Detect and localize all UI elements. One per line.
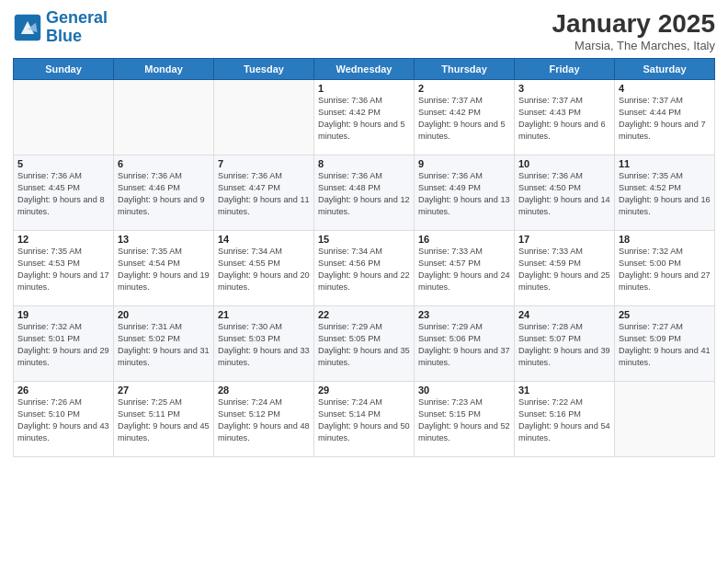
day-number: 14 [218, 234, 310, 245]
calendar-cell [214, 80, 314, 155]
day-info: Sunrise: 7:29 AM Sunset: 5:05 PM Dayligh… [318, 321, 410, 369]
col-saturday: Saturday [615, 59, 715, 80]
day-number: 1 [318, 83, 410, 94]
calendar-cell: 1Sunrise: 7:36 AM Sunset: 4:42 PM Daylig… [314, 80, 415, 155]
day-info: Sunrise: 7:37 AM Sunset: 4:43 PM Dayligh… [518, 95, 610, 143]
day-number: 22 [318, 309, 410, 320]
day-number: 12 [17, 234, 109, 245]
page: General Blue January 2025 Marsia, The Ma… [0, 0, 728, 563]
day-info: Sunrise: 7:25 AM Sunset: 5:11 PM Dayligh… [118, 396, 210, 444]
logo-line1: General [46, 8, 108, 27]
calendar-cell: 6Sunrise: 7:36 AM Sunset: 4:46 PM Daylig… [114, 155, 214, 231]
calendar-week-4: 19Sunrise: 7:32 AM Sunset: 5:01 PM Dayli… [14, 306, 715, 382]
calendar: Sunday Monday Tuesday Wednesday Thursday… [13, 58, 715, 457]
day-info: Sunrise: 7:23 AM Sunset: 5:15 PM Dayligh… [418, 396, 510, 444]
calendar-cell: 30Sunrise: 7:23 AM Sunset: 5:15 PM Dayli… [415, 382, 515, 457]
calendar-cell: 5Sunrise: 7:36 AM Sunset: 4:45 PM Daylig… [14, 155, 114, 231]
col-thursday: Thursday [415, 59, 515, 80]
day-info: Sunrise: 7:24 AM Sunset: 5:14 PM Dayligh… [318, 396, 410, 444]
col-wednesday: Wednesday [314, 59, 415, 80]
calendar-cell: 28Sunrise: 7:24 AM Sunset: 5:12 PM Dayli… [214, 382, 314, 457]
day-number: 25 [619, 309, 711, 320]
calendar-cell: 15Sunrise: 7:34 AM Sunset: 4:56 PM Dayli… [314, 231, 415, 306]
calendar-cell: 20Sunrise: 7:31 AM Sunset: 5:02 PM Dayli… [114, 306, 214, 382]
calendar-cell: 23Sunrise: 7:29 AM Sunset: 5:06 PM Dayli… [415, 306, 515, 382]
day-number: 2 [418, 83, 510, 94]
day-number: 3 [518, 83, 610, 94]
day-number: 17 [518, 234, 610, 245]
calendar-cell: 17Sunrise: 7:33 AM Sunset: 4:59 PM Dayli… [515, 231, 615, 306]
calendar-cell: 13Sunrise: 7:35 AM Sunset: 4:54 PM Dayli… [114, 231, 214, 306]
day-info: Sunrise: 7:36 AM Sunset: 4:42 PM Dayligh… [318, 95, 410, 143]
header: General Blue January 2025 Marsia, The Ma… [13, 9, 715, 52]
day-info: Sunrise: 7:27 AM Sunset: 5:09 PM Dayligh… [619, 321, 711, 369]
col-monday: Monday [114, 59, 214, 80]
calendar-cell [14, 80, 114, 155]
day-number: 27 [118, 385, 210, 396]
calendar-cell: 25Sunrise: 7:27 AM Sunset: 5:09 PM Dayli… [615, 306, 715, 382]
calendar-cell: 9Sunrise: 7:36 AM Sunset: 4:49 PM Daylig… [415, 155, 515, 231]
calendar-cell: 7Sunrise: 7:36 AM Sunset: 4:47 PM Daylig… [214, 155, 314, 231]
day-info: Sunrise: 7:36 AM Sunset: 4:47 PM Dayligh… [218, 170, 310, 218]
day-number: 20 [118, 309, 210, 320]
calendar-cell: 22Sunrise: 7:29 AM Sunset: 5:05 PM Dayli… [314, 306, 415, 382]
day-number: 21 [218, 309, 310, 320]
calendar-cell: 21Sunrise: 7:30 AM Sunset: 5:03 PM Dayli… [214, 306, 314, 382]
day-info: Sunrise: 7:36 AM Sunset: 4:45 PM Dayligh… [17, 170, 109, 218]
calendar-cell: 4Sunrise: 7:37 AM Sunset: 4:44 PM Daylig… [615, 80, 715, 155]
calendar-cell: 3Sunrise: 7:37 AM Sunset: 4:43 PM Daylig… [515, 80, 615, 155]
calendar-cell: 24Sunrise: 7:28 AM Sunset: 5:07 PM Dayli… [515, 306, 615, 382]
day-info: Sunrise: 7:29 AM Sunset: 5:06 PM Dayligh… [418, 321, 510, 369]
calendar-cell: 12Sunrise: 7:35 AM Sunset: 4:53 PM Dayli… [14, 231, 114, 306]
day-number: 16 [418, 234, 510, 245]
day-number: 9 [418, 158, 510, 169]
calendar-cell: 26Sunrise: 7:26 AM Sunset: 5:10 PM Dayli… [14, 382, 114, 457]
col-tuesday: Tuesday [214, 59, 314, 80]
day-info: Sunrise: 7:31 AM Sunset: 5:02 PM Dayligh… [118, 321, 210, 369]
day-info: Sunrise: 7:36 AM Sunset: 4:48 PM Dayligh… [318, 170, 410, 218]
calendar-week-5: 26Sunrise: 7:26 AM Sunset: 5:10 PM Dayli… [14, 382, 715, 457]
day-number: 6 [118, 158, 210, 169]
day-number: 31 [518, 385, 610, 396]
day-number: 28 [218, 385, 310, 396]
col-sunday: Sunday [14, 59, 114, 80]
day-info: Sunrise: 7:22 AM Sunset: 5:16 PM Dayligh… [518, 396, 610, 444]
day-info: Sunrise: 7:35 AM Sunset: 4:53 PM Dayligh… [17, 246, 109, 293]
day-info: Sunrise: 7:32 AM Sunset: 5:00 PM Dayligh… [619, 246, 711, 293]
day-number: 5 [17, 158, 109, 169]
calendar-cell: 27Sunrise: 7:25 AM Sunset: 5:11 PM Dayli… [114, 382, 214, 457]
day-info: Sunrise: 7:36 AM Sunset: 4:46 PM Dayligh… [118, 170, 210, 218]
logo-icon [13, 13, 42, 42]
calendar-cell: 8Sunrise: 7:36 AM Sunset: 4:48 PM Daylig… [314, 155, 415, 231]
calendar-cell: 14Sunrise: 7:34 AM Sunset: 4:55 PM Dayli… [214, 231, 314, 306]
calendar-header: Sunday Monday Tuesday Wednesday Thursday… [14, 59, 715, 80]
day-number: 11 [619, 158, 711, 169]
day-number: 10 [518, 158, 610, 169]
day-info: Sunrise: 7:30 AM Sunset: 5:03 PM Dayligh… [218, 321, 310, 369]
day-number: 24 [518, 309, 610, 320]
day-info: Sunrise: 7:35 AM Sunset: 4:52 PM Dayligh… [619, 170, 711, 218]
calendar-cell: 18Sunrise: 7:32 AM Sunset: 5:00 PM Dayli… [615, 231, 715, 306]
col-friday: Friday [515, 59, 615, 80]
day-number: 7 [218, 158, 310, 169]
title-block: January 2025 Marsia, The Marches, Italy [552, 9, 715, 52]
day-number: 26 [17, 385, 109, 396]
day-info: Sunrise: 7:34 AM Sunset: 4:56 PM Dayligh… [318, 246, 410, 293]
day-info: Sunrise: 7:28 AM Sunset: 5:07 PM Dayligh… [518, 321, 610, 369]
day-info: Sunrise: 7:36 AM Sunset: 4:49 PM Dayligh… [418, 170, 510, 218]
location-subtitle: Marsia, The Marches, Italy [552, 39, 715, 52]
logo: General Blue [13, 9, 108, 46]
day-number: 29 [318, 385, 410, 396]
day-info: Sunrise: 7:34 AM Sunset: 4:55 PM Dayligh… [218, 246, 310, 293]
day-number: 18 [619, 234, 711, 245]
day-info: Sunrise: 7:26 AM Sunset: 5:10 PM Dayligh… [17, 396, 109, 444]
day-info: Sunrise: 7:37 AM Sunset: 4:44 PM Dayligh… [619, 95, 711, 143]
calendar-week-1: 1Sunrise: 7:36 AM Sunset: 4:42 PM Daylig… [14, 80, 715, 155]
day-number: 15 [318, 234, 410, 245]
day-number: 30 [418, 385, 510, 396]
day-info: Sunrise: 7:33 AM Sunset: 4:57 PM Dayligh… [418, 246, 510, 293]
day-number: 19 [17, 309, 109, 320]
calendar-week-3: 12Sunrise: 7:35 AM Sunset: 4:53 PM Dayli… [14, 231, 715, 306]
calendar-cell [615, 382, 715, 457]
calendar-cell: 2Sunrise: 7:37 AM Sunset: 4:42 PM Daylig… [415, 80, 515, 155]
